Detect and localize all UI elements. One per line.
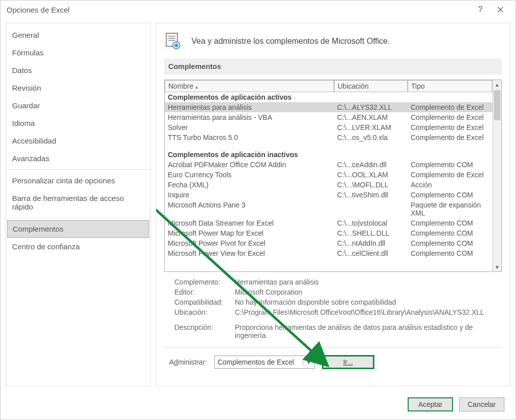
table-row[interactable]: TTS Turbo Macros 5.0C:\...os_v5.0.xlaCom… <box>165 132 492 143</box>
table-row[interactable]: Fecha (XML)C:\...\MOFL.DLLAcción <box>165 180 492 190</box>
detail-addin-label: Complemento: <box>174 278 235 286</box>
detail-desc-label: Descripción: <box>174 323 235 339</box>
detail-loc-label: Ubicación: <box>174 308 235 316</box>
sidebar-item-accesibilidad[interactable]: Accesibilidad <box>6 132 150 150</box>
cancel-button[interactable]: Cancelar <box>459 397 504 411</box>
go-button[interactable]: Ir... <box>322 355 374 369</box>
details-pane: Complemento:Herramientas para análisis E… <box>164 272 502 343</box>
window-title: Opciones de Excel <box>6 6 470 14</box>
sidebar-item-revisi-n[interactable]: Revisión <box>6 79 150 97</box>
sidebar-item-general[interactable]: General <box>6 26 150 44</box>
detail-editor-label: Editor: <box>174 288 235 296</box>
scroll-thumb[interactable] <box>494 90 500 120</box>
table-row[interactable]: Microsoft Actions Pane 3Paquete de expan… <box>165 200 492 218</box>
chevron-down-icon: ▼ <box>303 360 311 365</box>
table-row[interactable]: InquireC:\...tiveShim.dllComplemento COM <box>165 190 492 200</box>
page-header: Vea y administre los complementos de Mic… <box>191 37 390 46</box>
table-row[interactable]: Euro Currency ToolsC:\...OOL.XLAMComplem… <box>165 170 492 180</box>
table-row[interactable]: Microsoft Power View for ExcelC:\...celC… <box>165 248 492 258</box>
table-row[interactable]: Herramientas para análisis - VBAC:\...AE… <box>165 112 492 122</box>
scroll-up-button[interactable]: ▲ <box>493 80 501 89</box>
table-row[interactable]: Acrobat PDFMaker Office COM AddinC:\...c… <box>165 160 492 170</box>
section-title: Complementos <box>164 58 502 75</box>
detail-editor-value: Microsoft Corporation <box>235 288 492 296</box>
vertical-scrollbar[interactable]: ▲ ▼ <box>492 80 501 271</box>
scroll-down-button[interactable]: ▼ <box>493 262 501 271</box>
sidebar-item-f-rmulas[interactable]: Fórmulas <box>6 44 150 61</box>
detail-compat-value: No hay información disponible sobre comp… <box>235 298 492 306</box>
table-row[interactable]: Microsoft Data Streamer for ExcelC:\...t… <box>165 218 492 228</box>
detail-desc-value: Proporciona herramientas de análisis de … <box>235 323 492 339</box>
col-header-name[interactable]: Nombre▲ <box>165 80 334 92</box>
table-row[interactable]: Microsoft Power Pivot for ExcelC:\...ntA… <box>165 238 492 248</box>
table-row[interactable]: Herramientas para análisisC:\...ALYS32.X… <box>165 102 492 112</box>
col-header-location[interactable]: Ubicación <box>334 80 408 92</box>
help-button[interactable]: ? <box>470 2 490 17</box>
detail-compat-label: Compatibilidad: <box>174 298 235 306</box>
manage-dropdown-value: Complementos de Excel <box>218 358 294 366</box>
manage-label: Administrar: <box>169 358 207 366</box>
main-panel: Vea y administre los complementos de Mic… <box>156 23 510 386</box>
group-header: Complementos de aplicación inactivos <box>165 150 492 160</box>
table-row[interactable]: Microsoft Power Map for ExcelC:\...SHELL… <box>165 228 492 238</box>
dialog-footer: Aceptar Cancelar <box>1 392 515 411</box>
group-header: Complementos de aplicación activos <box>165 92 492 102</box>
sidebar-item-idioma[interactable]: Idioma <box>6 114 150 132</box>
addins-table: Nombre▲ Ubicación Tipo Complementos de a… <box>164 80 502 272</box>
sidebar: GeneralFórmulasDatosRevisiónGuardarIdiom… <box>6 23 151 386</box>
manage-dropdown[interactable]: Complementos de Excel ▼ <box>214 356 315 369</box>
sidebar-item-datos[interactable]: Datos <box>6 61 150 79</box>
title-bar: Opciones de Excel ? <box>1 1 515 19</box>
addins-icon <box>164 32 182 50</box>
table-row[interactable]: SolverC:\...LVER.XLAMComplemento de Exce… <box>165 122 492 132</box>
detail-loc-value: C:\Program Files\Microsoft Office\root\O… <box>235 308 492 316</box>
sidebar-item-complementos[interactable]: Complementos <box>7 220 149 238</box>
sort-asc-icon: ▲ <box>195 85 199 90</box>
sidebar-item-personalizar-cinta-de-opciones[interactable]: Personalizar cinta de opciones <box>6 172 150 189</box>
sidebar-item-centro-de-confianza[interactable]: Centro de confianza <box>6 238 150 255</box>
sidebar-item-avanzadas[interactable]: Avanzadas <box>6 150 150 167</box>
ok-button[interactable]: Aceptar <box>408 397 453 411</box>
svg-point-5 <box>175 44 177 46</box>
detail-addin-value: Herramientas para análisis <box>235 278 492 286</box>
sidebar-item-barra-de-herramientas-de-acceso-r-pido[interactable]: Barra de herramientas de acceso rápido <box>6 189 150 216</box>
sidebar-item-guardar[interactable]: Guardar <box>6 97 150 114</box>
col-header-type[interactable]: Tipo <box>408 80 492 92</box>
close-button[interactable] <box>490 2 510 17</box>
